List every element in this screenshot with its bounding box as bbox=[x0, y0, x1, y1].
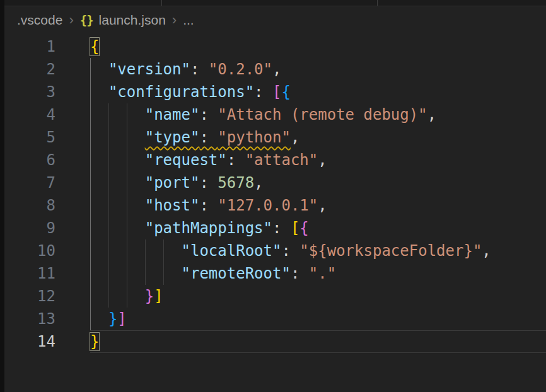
indent-guide bbox=[108, 217, 109, 239]
token-ws bbox=[90, 61, 108, 78]
indent-guide bbox=[90, 239, 91, 262]
code-content[interactable]: "version": "0.2.0", bbox=[90, 58, 546, 81]
code-line-4[interactable]: 4 "name": "Attach (remote debug)", bbox=[4, 103, 546, 126]
indent-guide bbox=[127, 103, 127, 126]
indent-guide bbox=[90, 149, 91, 171]
code-line-3[interactable]: 3 "configurations": [{ bbox=[4, 81, 546, 103]
line-number[interactable]: 7 bbox=[4, 171, 90, 194]
indent-guide bbox=[163, 262, 164, 285]
vscode-window: .vscode › {} launch.json › ... 1{2 "vers… bbox=[0, 0, 546, 392]
line-number[interactable]: 4 bbox=[4, 103, 90, 126]
token-key: "pathMappings" bbox=[145, 219, 272, 237]
code-line-1[interactable]: 1{ bbox=[4, 35, 546, 58]
code-line-7[interactable]: 7 "port": 5678, bbox=[4, 171, 546, 194]
code-line-5[interactable]: 5 "type": "python", bbox=[4, 126, 546, 149]
token-key: "version" bbox=[108, 61, 190, 78]
indent-guide bbox=[90, 194, 91, 217]
indent-guide bbox=[127, 285, 127, 308]
chevron-right-icon: › bbox=[171, 13, 177, 27]
token-key: "port" bbox=[145, 174, 200, 192]
breadcrumb-folder[interactable]: .vscode bbox=[17, 13, 62, 28]
code-line-2[interactable]: 2 "version": "0.2.0", bbox=[4, 58, 546, 81]
code-content[interactable]: "host": "127.0.0.1", bbox=[90, 194, 546, 217]
line-number[interactable]: 3 bbox=[4, 81, 90, 103]
token-pun: : bbox=[199, 174, 218, 192]
tab-stub-2[interactable] bbox=[162, 0, 378, 6]
indent-guide bbox=[108, 126, 109, 149]
token-b2: ] bbox=[117, 310, 126, 328]
token-str: "." bbox=[309, 265, 336, 282]
indent-guide bbox=[127, 239, 127, 262]
code-content[interactable]: "name": "Attach (remote debug)", bbox=[90, 103, 546, 126]
code-line-8[interactable]: 8 "host": "127.0.0.1", bbox=[4, 194, 546, 217]
code-content[interactable]: "request": "attach", bbox=[90, 149, 546, 171]
code-content[interactable]: }] bbox=[90, 285, 546, 308]
tab-stub-1[interactable] bbox=[4, 0, 162, 6]
token-str: "Attach (remote debug)" bbox=[218, 106, 427, 124]
code-content[interactable]: }] bbox=[90, 308, 546, 330]
line-number[interactable]: 14 bbox=[4, 330, 90, 353]
token-ws bbox=[90, 106, 145, 124]
code-line-13[interactable]: 13 }] bbox=[4, 308, 546, 330]
token-num: 5678 bbox=[218, 174, 254, 192]
code-line-10[interactable]: 10 "localRoot": "${workspaceFolder}", bbox=[4, 239, 546, 262]
indent-guide bbox=[90, 217, 91, 239]
line-number[interactable]: 12 bbox=[4, 285, 90, 308]
indent-guide bbox=[90, 103, 91, 126]
token-ws bbox=[90, 310, 108, 328]
token-pun: , bbox=[291, 129, 299, 146]
token-str: "0.2.0" bbox=[209, 61, 272, 78]
token-ws bbox=[90, 287, 145, 305]
token-ws bbox=[90, 197, 145, 214]
line-number[interactable]: 5 bbox=[4, 126, 90, 149]
token-key: "configurations" bbox=[108, 83, 254, 101]
indent-guide bbox=[90, 81, 91, 103]
token-pun: , bbox=[318, 197, 327, 214]
token-pun: : bbox=[291, 265, 309, 282]
indent-guide bbox=[90, 285, 91, 308]
editor-left-edge bbox=[0, 0, 4, 392]
code-line-14[interactable]: 14} bbox=[4, 330, 546, 353]
line-number[interactable]: 13 bbox=[4, 308, 90, 330]
token-b2: } bbox=[145, 287, 154, 305]
code-content[interactable]: "type": "python", bbox=[90, 126, 546, 149]
tab-stub-3[interactable] bbox=[378, 0, 546, 6]
code-line-12[interactable]: 12 }] bbox=[4, 285, 546, 308]
token-b3: } bbox=[108, 310, 117, 328]
matched-bracket: { bbox=[90, 38, 99, 55]
line-number[interactable]: 1 bbox=[4, 35, 90, 58]
code-line-9[interactable]: 9 "pathMappings": [{ bbox=[4, 217, 546, 239]
token-b1: [ bbox=[291, 219, 299, 237]
line-number[interactable]: 8 bbox=[4, 194, 90, 217]
line-number[interactable]: 2 bbox=[4, 58, 90, 81]
code-content[interactable]: "pathMappings": [{ bbox=[90, 217, 546, 239]
indent-guide bbox=[145, 262, 146, 285]
token-str: "127.0.0.1" bbox=[218, 197, 318, 214]
token-pun: : bbox=[272, 219, 291, 237]
indent-guide bbox=[90, 308, 91, 330]
line-number[interactable]: 6 bbox=[4, 149, 90, 171]
indent-guide bbox=[127, 149, 127, 171]
token-key: "request" bbox=[145, 151, 227, 169]
line-number[interactable]: 9 bbox=[4, 217, 90, 239]
breadcrumb-file[interactable]: launch.json bbox=[99, 13, 166, 28]
code-line-6[interactable]: 6 "request": "attach", bbox=[4, 149, 546, 171]
token-pun: : bbox=[227, 151, 245, 169]
line-number[interactable]: 10 bbox=[4, 239, 90, 262]
code-content[interactable]: "localRoot": "${workspaceFolder}", bbox=[90, 239, 546, 262]
indent-guide bbox=[127, 262, 127, 285]
line-number[interactable]: 11 bbox=[4, 262, 90, 285]
code-line-11[interactable]: 11 "remoteRoot": "." bbox=[4, 262, 546, 285]
breadcrumb-symbol[interactable]: ... bbox=[183, 13, 194, 28]
token-key: "name" bbox=[145, 106, 200, 124]
code-content[interactable]: "remoteRoot": "." bbox=[90, 262, 546, 285]
code-content[interactable]: "port": 5678, bbox=[90, 171, 546, 194]
indent-guide bbox=[108, 262, 109, 285]
token-ws bbox=[90, 129, 145, 146]
code-content[interactable]: { bbox=[90, 35, 546, 58]
token-b1: ] bbox=[154, 287, 163, 305]
code-content[interactable]: "configurations": [{ bbox=[90, 81, 546, 103]
token-pun: : bbox=[199, 197, 218, 214]
code-content[interactable]: } bbox=[90, 330, 546, 353]
token-ws bbox=[90, 265, 182, 282]
